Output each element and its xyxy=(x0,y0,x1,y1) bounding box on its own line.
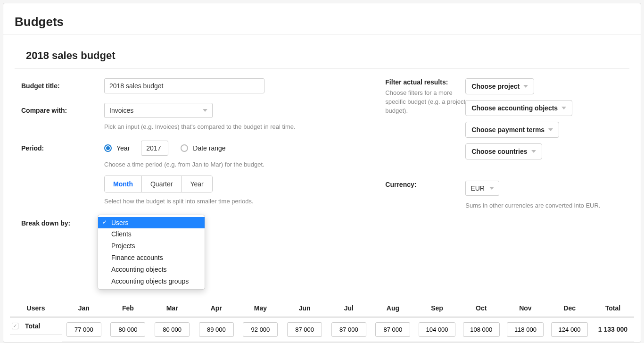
row-label: Total xyxy=(25,322,40,330)
currency-select[interactable]: EUR xyxy=(465,181,499,196)
label-filters: Filter actual results: Choose filters fo… xyxy=(385,78,465,165)
th-jan: Jan xyxy=(62,301,106,317)
dropdown-item-clients[interactable]: Clients xyxy=(98,228,205,240)
page-title: Budgets xyxy=(15,15,629,29)
compare-with-value: Invoices xyxy=(109,107,133,114)
filter-choose-project[interactable]: Choose project xyxy=(465,78,534,94)
form-area: Budget title: Compare with: Invoices Pic… xyxy=(3,69,641,291)
cell-jul[interactable] xyxy=(331,322,366,337)
label-currency: Currency: xyxy=(385,181,465,210)
currency-block: Currency: EUR Sums in other currencies a… xyxy=(385,181,629,210)
chevron-down-icon xyxy=(548,128,553,131)
cell-dec[interactable] xyxy=(551,322,588,337)
label-compare-with: Compare with: xyxy=(21,103,104,114)
chevron-down-icon xyxy=(489,187,494,190)
cell-jun[interactable] xyxy=(287,322,322,337)
radio-year[interactable] xyxy=(104,144,112,152)
compare-with-help: Pick an input (e.g. Invoices) that's com… xyxy=(104,123,371,131)
cell-may[interactable] xyxy=(243,322,278,337)
th-dec: Dec xyxy=(547,301,592,317)
cell-aug[interactable] xyxy=(375,322,410,337)
form-left-column: Budget title: Compare with: Invoices Pic… xyxy=(15,78,371,291)
period-help: Choose a time period (e.g. from Jan to M… xyxy=(104,160,371,169)
cell-sep[interactable] xyxy=(419,322,455,337)
table-header-row: Users Jan Feb Mar Apr May Jun Jul Aug Se… xyxy=(10,301,634,317)
period-radio-group: Year Date range xyxy=(104,141,371,156)
cell-feb[interactable] xyxy=(110,322,145,337)
budget-table: Users Jan Feb Mar Apr May Jun Jul Aug Se… xyxy=(10,301,634,342)
row-checkbox[interactable]: ✓ xyxy=(12,323,18,329)
dropdown-item-accounting-objects[interactable]: Accounting objects xyxy=(98,264,205,276)
filter-choose-accounting-objects[interactable]: Choose accounting objects xyxy=(465,100,572,116)
cell-nov[interactable] xyxy=(507,322,544,337)
radio-date-range[interactable] xyxy=(181,144,188,152)
budget-table-area: Users Jan Feb Mar Apr May Jun Jul Aug Se… xyxy=(3,291,641,342)
seg-month[interactable]: Month xyxy=(105,176,142,192)
th-mar: Mar xyxy=(150,301,194,317)
budget-title-input[interactable] xyxy=(104,78,264,93)
chevron-down-icon xyxy=(523,85,528,88)
seg-quarter[interactable]: Quarter xyxy=(142,176,182,192)
label-budget-title: Budget title: xyxy=(21,78,104,90)
seg-year[interactable]: Year xyxy=(182,176,212,192)
cell-oct[interactable] xyxy=(463,322,500,337)
radio-year-label: Year xyxy=(116,144,130,152)
cell-jan[interactable] xyxy=(66,322,101,337)
radio-date-range-label: Date range xyxy=(193,144,225,152)
label-breakdown: Break down by: xyxy=(21,216,104,227)
breakdown-dropdown[interactable]: Users Clients Projects Finance accounts … xyxy=(98,215,205,290)
dropdown-item-finance-accounts[interactable]: Finance accounts xyxy=(98,252,205,264)
filter-choose-countries[interactable]: Choose countries xyxy=(465,143,542,159)
dropdown-item-projects[interactable]: Projects xyxy=(98,240,205,252)
th-apr: Apr xyxy=(194,301,239,317)
row-period: Period: Year Date range Choose a time pe… xyxy=(21,141,371,206)
form-right-column: Filter actual results: Choose filters fo… xyxy=(371,78,629,291)
filter-choose-payment-terms[interactable]: Choose payment terms xyxy=(465,122,559,138)
th-jun: Jun xyxy=(282,301,327,317)
table-row-total: ✓ Total 1 133 000 xyxy=(10,317,634,342)
year-input[interactable] xyxy=(141,141,168,156)
interval-help: Select how the budget is split into smal… xyxy=(104,197,371,206)
th-oct: Oct xyxy=(459,301,504,317)
filters-help: Choose filters for a more specific budge… xyxy=(385,89,465,116)
cell-total: 1 133 000 xyxy=(592,317,634,342)
sub-header: 2018 sales budget xyxy=(15,43,629,69)
th-users: Users xyxy=(10,301,62,317)
page-card: Budgets 2018 sales budget Budget title: … xyxy=(3,3,641,343)
th-aug: Aug xyxy=(371,301,415,317)
divider xyxy=(385,172,629,172)
budget-subtitle: 2018 sales budget xyxy=(26,50,618,62)
label-period: Period: xyxy=(21,141,104,152)
page-header: Budgets xyxy=(3,3,641,34)
row-budget-title: Budget title: xyxy=(21,78,371,93)
dropdown-item-users[interactable]: Users xyxy=(98,217,205,229)
chevron-down-icon xyxy=(203,109,207,112)
th-total: Total xyxy=(592,301,634,317)
chevron-down-icon xyxy=(561,107,566,109)
filters-controls: Choose project Choose accounting objects… xyxy=(465,78,629,165)
dropdown-item-accounting-objects-groups[interactable]: Accounting objects groups xyxy=(98,276,205,287)
th-nov: Nov xyxy=(504,301,548,317)
cell-mar[interactable] xyxy=(155,322,190,337)
row-compare-with: Compare with: Invoices Pick an input (e.… xyxy=(21,103,371,131)
row-breakdown: Break down by: Users Clients Projects Fi… xyxy=(21,216,371,282)
th-jul: Jul xyxy=(327,301,371,317)
th-sep: Sep xyxy=(415,301,459,317)
compare-with-select[interactable]: Invoices xyxy=(104,103,213,118)
th-may: May xyxy=(239,301,283,317)
currency-help: Sums in other currencies are converted i… xyxy=(465,201,629,210)
interval-segmented: Month Quarter Year xyxy=(104,176,213,192)
filters-block: Filter actual results: Choose filters fo… xyxy=(385,78,629,165)
currency-value: EUR xyxy=(471,184,485,192)
cell-apr[interactable] xyxy=(199,322,234,337)
chevron-down-icon xyxy=(531,150,536,153)
th-feb: Feb xyxy=(106,301,150,317)
